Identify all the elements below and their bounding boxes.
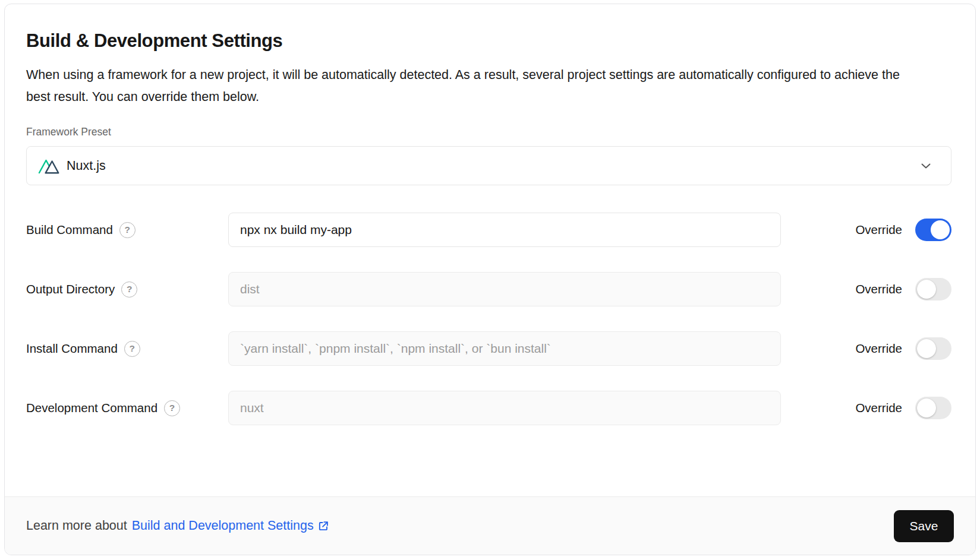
install-command-label: Install Command	[26, 341, 118, 356]
build-command-row: Build Command ? Override	[26, 213, 951, 247]
panel-footer: Learn more aboutBuild and Development Se…	[5, 496, 975, 555]
build-settings-docs-link[interactable]: Build and Development Settings	[132, 518, 330, 533]
development-command-input[interactable]	[228, 391, 781, 425]
build-settings-panel: Build & Development Settings When using …	[4, 4, 976, 555]
help-icon[interactable]: ?	[121, 281, 137, 298]
output-directory-row: Output Directory ? Override	[26, 272, 951, 306]
install-command-label-cell: Install Command ?	[26, 341, 228, 357]
override-label: Override	[855, 341, 902, 356]
development-command-override-toggle[interactable]	[915, 397, 951, 419]
install-command-override-toggle[interactable]	[915, 337, 951, 360]
help-icon[interactable]: ?	[119, 222, 136, 238]
learn-more-prefix: Learn more about	[26, 518, 127, 533]
toggle-knob	[917, 280, 936, 299]
build-command-label: Build Command	[26, 223, 113, 237]
install-command-input[interactable]	[228, 331, 781, 366]
output-directory-override-toggle[interactable]	[915, 278, 951, 300]
build-command-input[interactable]	[228, 213, 781, 247]
framework-preset-select[interactable]: Nuxt.js	[26, 146, 951, 185]
settings-rows: Build Command ? Override Output Director…	[26, 213, 951, 425]
build-command-label-cell: Build Command ?	[26, 222, 228, 238]
output-directory-label: Output Directory	[26, 282, 115, 296]
nuxt-logo-icon	[38, 157, 59, 174]
save-button[interactable]: Save	[894, 510, 954, 542]
development-command-row: Development Command ? Override	[26, 391, 951, 425]
external-link-icon	[317, 520, 330, 533]
page-title: Build & Development Settings	[26, 30, 951, 52]
build-command-override-toggle[interactable]	[915, 219, 951, 241]
framework-preset-label: Framework Preset	[26, 126, 951, 138]
override-label: Override	[855, 401, 902, 415]
panel-description: When using a framework for a new project…	[26, 64, 906, 108]
toggle-knob	[917, 339, 936, 358]
toggle-knob	[931, 220, 950, 239]
framework-preset-value: Nuxt.js	[67, 159, 106, 173]
help-icon[interactable]: ?	[164, 400, 180, 416]
help-icon[interactable]: ?	[124, 341, 140, 357]
toggle-knob	[917, 398, 936, 417]
override-label: Override	[855, 223, 902, 237]
development-command-label: Development Command	[26, 401, 157, 415]
override-label: Override	[855, 282, 902, 296]
learn-more-text: Learn more aboutBuild and Development Se…	[26, 518, 330, 533]
link-label: Build and Development Settings	[132, 518, 314, 533]
chevron-down-icon	[919, 159, 933, 173]
install-command-row: Install Command ? Override	[26, 331, 951, 366]
output-directory-input[interactable]	[228, 272, 781, 306]
output-directory-label-cell: Output Directory ?	[26, 281, 228, 298]
panel-body: Build & Development Settings When using …	[5, 4, 975, 425]
development-command-label-cell: Development Command ?	[26, 400, 228, 416]
